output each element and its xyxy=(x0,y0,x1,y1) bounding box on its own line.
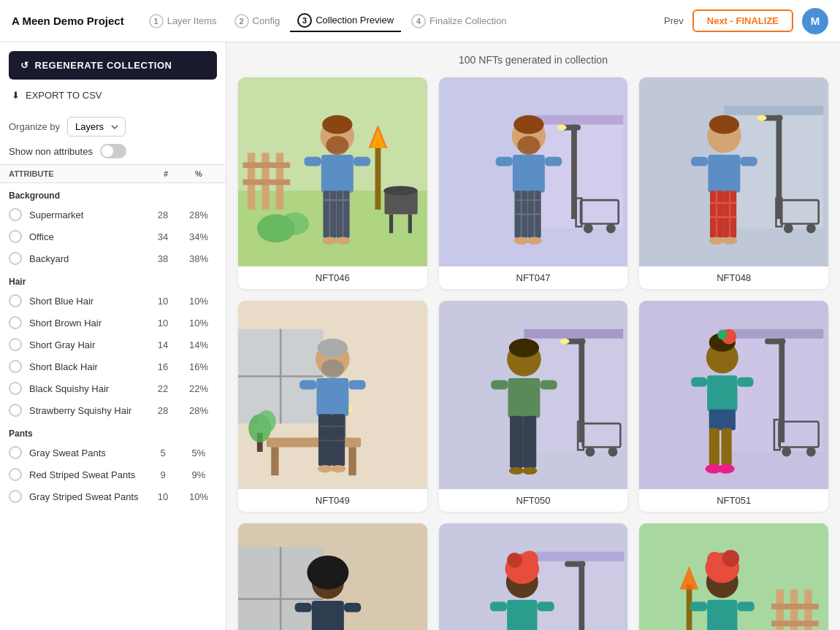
checkbox-short-gray-hair[interactable] xyxy=(9,338,22,351)
nft-card-046[interactable]: NFT046 xyxy=(238,77,427,289)
checkbox-strawberry-squishy-hair[interactable] xyxy=(9,404,22,417)
checkbox-black-squishy-hair[interactable] xyxy=(9,382,22,395)
nft-image-046 xyxy=(238,77,427,266)
step-3[interactable]: 3 Collection Preview xyxy=(290,10,401,32)
svg-rect-12 xyxy=(389,215,393,234)
attr-short-black-hair[interactable]: Short Black Hair 16 16% xyxy=(0,356,226,377)
nft-card-054[interactable]: NFT054 xyxy=(639,523,828,630)
nft-image-053 xyxy=(439,523,628,630)
svg-point-75 xyxy=(709,237,725,245)
next-button[interactable]: Next - FINALIZE xyxy=(692,9,793,32)
organize-row: Organize by Layers Rarity Name xyxy=(0,110,226,139)
svg-rect-155 xyxy=(312,601,344,630)
checkbox-backyard[interactable] xyxy=(9,252,22,265)
section-background: Background xyxy=(0,183,226,204)
nft-card-050[interactable]: NFT050 xyxy=(439,301,628,512)
svg-rect-5 xyxy=(243,162,290,168)
col-num: # xyxy=(151,169,180,178)
step-2-num: 2 xyxy=(234,14,249,28)
svg-rect-17 xyxy=(321,155,354,193)
svg-point-193 xyxy=(722,550,739,567)
checkbox-office[interactable] xyxy=(9,230,22,243)
nft-image-051 xyxy=(639,301,828,490)
checkbox-short-brown-hair[interactable] xyxy=(9,316,22,329)
attr-short-blue-hair[interactable]: Short Blue Hair 10 10% xyxy=(0,290,226,312)
svg-rect-114 xyxy=(491,380,508,389)
svg-rect-83 xyxy=(348,447,356,475)
nft-card-052[interactable]: NFT052 xyxy=(238,523,427,630)
svg-rect-195 xyxy=(707,600,737,630)
topbar: A Meen Demo Project 1 Layer Items 2 Conf… xyxy=(0,0,840,42)
prev-button[interactable]: Prev xyxy=(664,15,684,26)
attr-office[interactable]: Office 34 34% xyxy=(0,226,226,247)
svg-rect-32 xyxy=(533,115,623,125)
svg-rect-113 xyxy=(508,378,540,418)
attribute-table: ATTRIBUTE # % Background Supermarket 28 … xyxy=(0,164,226,522)
checkbox-short-black-hair[interactable] xyxy=(9,360,22,373)
attr-backyard[interactable]: Backyard 38 38% xyxy=(0,247,226,269)
svg-point-118 xyxy=(508,466,524,474)
attr-short-gray-hair[interactable]: Short Gray Hair 14 14% xyxy=(0,334,226,356)
svg-point-194 xyxy=(707,552,722,567)
svg-point-106 xyxy=(560,338,569,344)
organize-label: Organize by xyxy=(9,121,60,132)
step-1[interactable]: 1 Layer Items xyxy=(142,10,224,32)
checkbox-red-striped-sweat-pants[interactable] xyxy=(9,468,22,481)
nft-card-049[interactable]: NFT049 xyxy=(238,301,427,512)
svg-rect-188 xyxy=(771,621,819,627)
step-4[interactable]: 4 Finalize Collection xyxy=(404,10,514,32)
nft-image-048 xyxy=(639,77,828,266)
svg-point-172 xyxy=(521,551,538,568)
steps: 1 Layer Items 2 Config 3 Collection Prev… xyxy=(142,10,652,32)
export-button[interactable]: ⬇ EXPORT TO CSV xyxy=(9,85,217,105)
avatar: M xyxy=(802,8,828,34)
nft-card-051[interactable]: NFT051 xyxy=(639,301,828,512)
checkbox-short-blue-hair[interactable] xyxy=(9,294,22,307)
nft-image-050 xyxy=(439,301,628,490)
attr-red-striped-sweat-pants[interactable]: Red Striped Sweat Pants 9 9% xyxy=(0,464,226,485)
checkbox-supermarket[interactable] xyxy=(9,208,22,221)
svg-rect-138 xyxy=(722,428,732,466)
checkbox-gray-sweat-pants[interactable] xyxy=(9,446,22,459)
svg-rect-135 xyxy=(738,377,754,386)
nft-label-047: NFT047 xyxy=(439,266,628,289)
nft-label-050: NFT050 xyxy=(439,489,628,512)
attr-gray-sweat-pants[interactable]: Gray Sweat Pants 5 5% xyxy=(0,442,226,464)
nft-card-053[interactable]: NFT053 xyxy=(439,523,628,630)
step-4-label: Finalize Collection xyxy=(429,15,507,26)
svg-rect-68 xyxy=(741,157,757,166)
nft-card-048[interactable]: NFT048 xyxy=(639,77,828,289)
attr-strawberry-squishy-hair[interactable]: Strawberry Squishy Hair 28 28% xyxy=(0,399,226,421)
svg-rect-115 xyxy=(540,380,557,389)
attr-black-squishy-hair[interactable]: Black Squishy Hair 22 22% xyxy=(0,377,226,399)
topbar-right: Prev Next - FINALIZE M xyxy=(664,8,828,34)
nft-card-047[interactable]: NFT047 xyxy=(439,77,628,289)
show-non-toggle[interactable] xyxy=(100,144,126,158)
svg-rect-43 xyxy=(513,155,545,193)
svg-rect-82 xyxy=(271,447,278,475)
svg-point-127 xyxy=(806,447,816,456)
attr-short-brown-hair[interactable]: Short Brown Hair 10 10% xyxy=(0,312,226,334)
svg-point-88 xyxy=(257,410,276,433)
regenerate-button[interactable]: ↺ REGENERATE COLLECTION xyxy=(9,51,217,80)
checkbox-gray-striped-sweat-pants[interactable] xyxy=(9,490,22,503)
svg-point-90 xyxy=(318,338,348,357)
col-attr: ATTRIBUTE xyxy=(9,169,151,178)
svg-point-91 xyxy=(321,359,344,378)
nft-label-046: NFT046 xyxy=(238,266,427,289)
svg-rect-94 xyxy=(348,380,365,389)
nft-image-052 xyxy=(238,523,427,630)
step-3-label: Collection Preview xyxy=(316,15,394,26)
attr-gray-striped-sweat-pants[interactable]: Gray Striped Sweat Pants 10 10% xyxy=(0,485,226,507)
svg-point-119 xyxy=(522,466,537,474)
svg-point-99 xyxy=(318,465,333,472)
svg-rect-165 xyxy=(579,561,584,630)
svg-rect-197 xyxy=(738,602,755,612)
organize-select[interactable]: Layers Rarity Name xyxy=(67,117,126,137)
svg-rect-31 xyxy=(533,115,623,228)
attr-supermarket[interactable]: Supermarket 28 28% xyxy=(0,204,226,226)
svg-point-100 xyxy=(331,465,346,472)
svg-point-42 xyxy=(513,115,543,134)
step-2-label: Config xyxy=(253,15,280,26)
step-2[interactable]: 2 Config xyxy=(227,10,288,32)
